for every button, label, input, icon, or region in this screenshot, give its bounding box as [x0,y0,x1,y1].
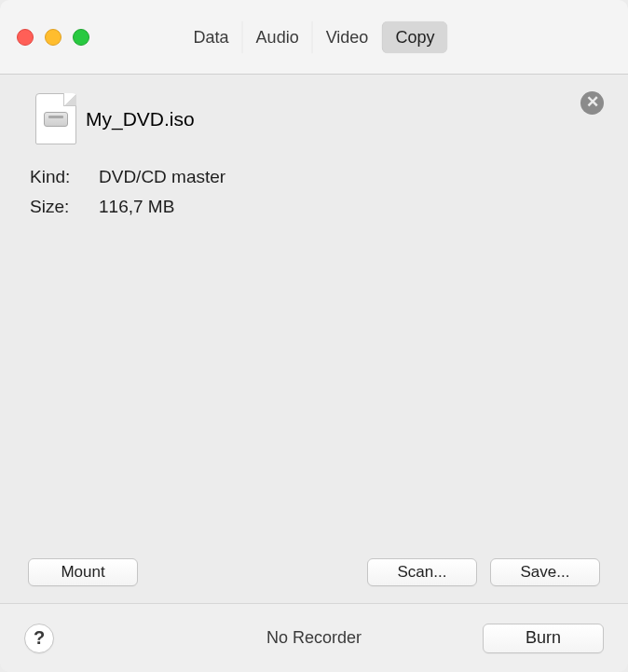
scan-button[interactable]: Scan... [367,558,477,586]
content-spacer [28,217,600,551]
save-button[interactable]: Save... [490,558,600,586]
kind-value: DVD/CD master [99,167,600,187]
file-row: My_DVD.iso [28,93,600,144]
kind-label: Kind: [30,167,88,187]
tab-video[interactable]: Video [312,21,382,53]
tab-copy[interactable]: Copy [381,21,447,53]
burn-button[interactable]: Burn [483,624,604,653]
traffic-lights [17,29,89,46]
file-info: Kind: DVD/CD master Size: 116,7 MB [28,167,600,217]
minimize-window-button[interactable] [45,29,61,46]
size-label: Size: [30,197,88,217]
tab-audio[interactable]: Audio [242,21,312,53]
titlebar: Data Audio Video Copy [0,0,628,75]
content-area: ✕ My_DVD.iso Kind: DVD/CD master Size: 1… [0,75,628,603]
recorder-status: No Recorder [266,628,362,648]
close-icon: ✕ [586,94,599,110]
action-button-row: Mount Scan... Save... [28,558,600,586]
clear-file-button[interactable]: ✕ [580,91,604,115]
mount-button[interactable]: Mount [28,558,138,586]
mode-segmented-control: Data Audio Video Copy [181,21,448,53]
help-button[interactable]: ? [24,624,54,653]
zoom-window-button[interactable] [73,29,89,46]
tab-data[interactable]: Data [181,21,242,53]
disk-image-icon [35,93,76,144]
file-name: My_DVD.iso [86,108,195,130]
close-window-button[interactable] [17,29,34,46]
bottombar: ? No Recorder Burn [0,603,628,672]
size-value: 116,7 MB [99,197,600,217]
